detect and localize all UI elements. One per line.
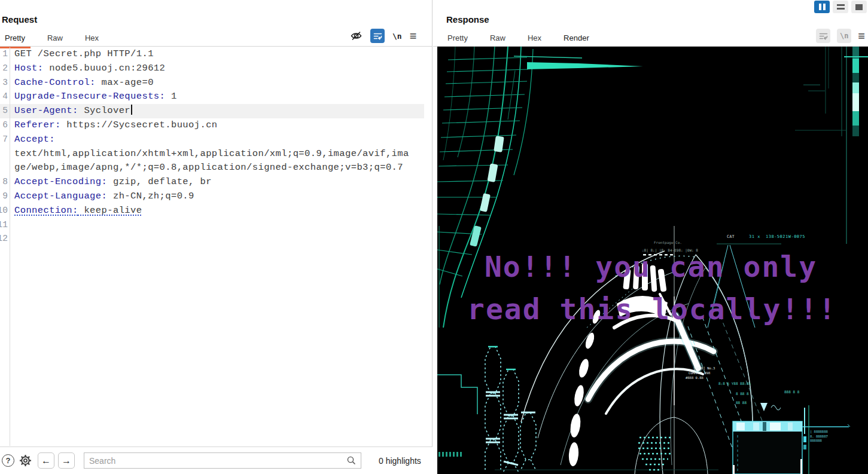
line-text: User-Agent: Syclover [14,105,132,116]
code-line[interactable]: 3Cache-Control: max-age=0 [0,76,424,90]
svg-text:888 8 8: 888 8 8 [784,390,800,394]
line-number: 1 [0,47,8,62]
render-art: CAT 31 x 138-5021W-0075 Frontpage Co. :8… [437,47,868,474]
next-match-button[interactable]: → [58,452,75,469]
burp-http-message-viewer: Request Pretty Raw Hex [0,0,868,474]
soft-wrap-icon-disabled[interactable] [816,29,830,43]
highlights-count: 0 highlights [379,456,421,466]
request-menu-icon[interactable]: ≡ [410,30,417,42]
svg-text:8 88 8: 8 88 8 [736,392,749,396]
dot-mesh [638,438,672,470]
code-line[interactable]: 7Accept: [0,133,424,147]
render-message-line1: No!!! you can only [485,250,817,283]
rendered-response-page[interactable]: CAT 31 x 138-5021W-0075 Frontpage Co. :8… [437,47,868,474]
line-number: 4 [0,90,8,104]
search-box [84,452,361,469]
hide-highlights-eye-icon[interactable] [350,30,363,42]
previous-match-button[interactable]: ← [38,452,54,469]
line-text: text/html,application/xhtml+xml,applicat… [14,148,409,159]
code-line[interactable]: 1GET /Secret.php HTTP/1.1 [0,47,424,62]
svg-text:8:8 5 Y88 88:85: 8:8 5 Y88 88:85 [718,381,751,386]
line-text: Referer: https://Sycsecret.buuoj.cn [14,120,218,130]
line-number: 3 [0,76,8,90]
svg-text:8. 888887: 8. 888887 [810,435,828,438]
soft-wrap-icon[interactable] [370,29,385,43]
line-text: Host: node5.buuoj.cn:29612 [14,63,165,74]
line-number: 8 [0,175,8,189]
code-line[interactable]: 10Connection: keep-alive [0,204,424,218]
gutter-separator [10,47,10,446]
layout-columns-button[interactable] [814,1,830,13]
svg-text:| 8888888: | 8888888 [810,430,828,434]
search-input[interactable] [84,456,346,466]
svg-text:COMMAND 898: COMMAND 898 [689,371,710,375]
line-text: Cache-Control: max-age=0 [14,77,154,88]
layout-controls [814,1,867,13]
layout-rows-button[interactable] [833,1,848,13]
line-number: 7 [0,133,8,147]
line-text: Accept: [14,134,55,145]
line-text: Accept-Encoding: gzip, deflate, br [14,176,212,187]
response-panel-title: Response [446,14,489,25]
search-settings-gear-icon[interactable] [18,453,33,468]
line-text: Accept-Language: zh-CN,zh;q=0.9 [14,191,194,201]
code-line[interactable]: 5User-Agent: Syclover [0,104,424,118]
line-text: Upgrade-Insecure-Requests: 1 [14,91,177,102]
render-message-line2: read this locally!!! [467,292,837,326]
help-icon[interactable]: ? [2,454,14,467]
hex-chains [485,347,536,472]
line-number: 6 [0,118,8,133]
request-panel: Request Pretty Raw Hex [0,0,433,474]
line-number: 9 [0,189,8,204]
code-line[interactable]: text/html,application/xhtml+xml,applicat… [0,147,424,161]
line-text: Connection: keep-alive [14,205,142,216]
response-toolbar: \n ≡ [816,29,865,43]
svg-text:Frontpage Co.: Frontpage Co. [654,240,682,245]
svg-text:#888 0.88: #888 0.88 [686,376,703,380]
line-text: GET /Secret.php HTTP/1.1 [14,48,154,59]
line-number: 2 [0,62,8,76]
svg-text:31 x: 31 x [749,234,760,239]
response-menu-icon[interactable]: ≡ [858,30,865,42]
blueprint-panel [733,403,850,474]
svg-text:138-5021W-0075: 138-5021W-0075 [766,234,805,239]
wireframe-graphic [437,47,643,328]
line-number: 12 [0,232,8,246]
code-line[interactable]: 8Accept-Encoding: gzip, deflate, br [0,175,424,189]
line-number: 11 [0,218,8,233]
line-number: 10 [0,204,8,218]
search-footer: ? ← → [0,447,433,474]
right-glitch-lines [795,47,868,244]
code-line[interactable]: 2Host: node5.buuoj.cn:29612 [0,62,424,76]
request-editor[interactable]: 1GET /Secret.php HTTP/1.12Host: node5.bu… [0,47,424,447]
layout-single-button[interactable] [851,1,867,13]
svg-text:888888: 888888 [810,439,822,442]
code-line[interactable]: 12 [0,232,424,246]
svg-text:CAT: CAT [727,234,735,239]
line-number: 5 [0,104,8,118]
search-icon [346,455,357,466]
request-toolbar: \n ≡ [350,29,416,43]
request-panel-title: Request [2,14,37,25]
text-cursor [131,105,132,115]
response-panel: Response Pretty Raw Hex Render \n ≡ [433,0,868,474]
request-editor-lines: 1GET /Secret.php HTTP/1.12Host: node5.bu… [0,47,424,246]
show-newlines-icon[interactable]: \n [392,32,402,41]
hex-joints [486,347,535,465]
svg-text:88 88: 88 88 [736,400,747,405]
line-text: ge/webp,image/apng,*/*;q=0.8,application… [14,162,403,173]
code-line[interactable]: 9Accept-Language: zh-CN,zh;q=0.9 [0,189,424,204]
code-line[interactable]: 11 [0,218,424,233]
code-line[interactable]: 4Upgrade-Insecure-Requests: 1 [0,90,424,104]
code-line[interactable]: 6Referer: https://Sycsecret.buuoj.cn [0,118,424,133]
show-newlines-icon-disabled[interactable]: \n [837,29,851,43]
request-header-divider [0,46,432,47]
code-line[interactable]: ge/webp,image/apng,*/*;q=0.8,application… [0,161,424,175]
svg-text:[8888] No.3: [8888] No.3 [693,366,715,370]
